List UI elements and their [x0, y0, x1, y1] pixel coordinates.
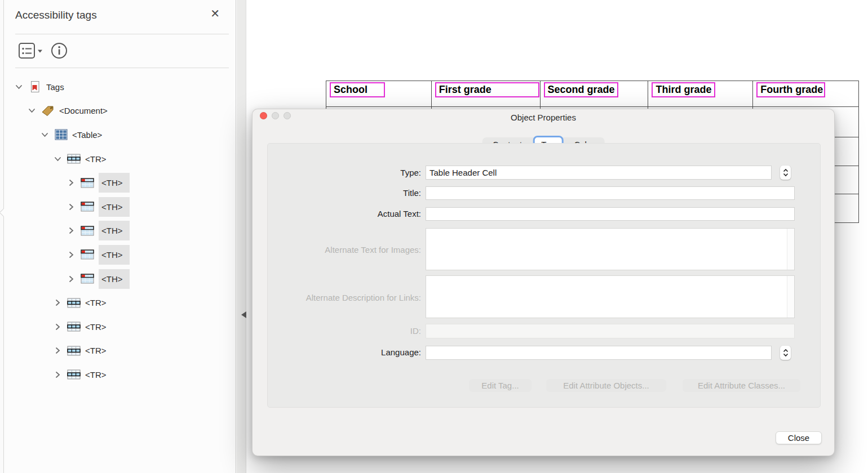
actual-text-label: Actual Text:: [268, 209, 421, 218]
tagged-header-cell-second-grade[interactable]: Second grade: [544, 82, 618, 97]
table-header-icon: [81, 274, 94, 284]
chevron-right-icon[interactable]: [53, 299, 62, 306]
chevron-down-icon[interactable]: [53, 155, 62, 163]
textarea-scrollbar: [787, 229, 794, 270]
edit-attribute-classes-button: Edit Attribute Classes...: [683, 379, 800, 392]
pdf-table-header-cell: Second grade: [541, 81, 649, 107]
tree-item-label: <TR>: [85, 346, 107, 355]
alternate-description-links-label: Alternate Description for Links:: [268, 293, 421, 302]
language-input[interactable]: [426, 346, 772, 360]
chevron-down-icon[interactable]: [27, 107, 36, 114]
alternate-description-links-textarea: [426, 275, 795, 318]
divider: [15, 68, 229, 68]
info-icon[interactable]: [51, 42, 68, 59]
chevron-right-icon[interactable]: [53, 371, 62, 378]
table-header-icon: [81, 202, 94, 212]
tags-root-icon: [28, 81, 42, 93]
chevron-down-icon[interactable]: [40, 131, 49, 139]
tree-item-th[interactable]: <TH>: [4, 195, 236, 219]
pdf-table-header-row: School First grade Second grade Third gr…: [326, 81, 858, 107]
tree-item-tags-root[interactable]: Tags: [4, 75, 236, 99]
tree-item-label: <Document>: [59, 106, 108, 115]
pdf-table-header-cell: Fourth grade: [753, 81, 858, 107]
table-icon: [54, 129, 68, 140]
pdf-table-header-cell: School: [326, 81, 432, 107]
tagged-header-cell-first-grade[interactable]: First grade: [435, 82, 539, 97]
table-row-icon: [67, 154, 81, 164]
chevron-right-icon[interactable]: [67, 203, 76, 211]
view-options-icon[interactable]: [18, 42, 43, 59]
tree-item-tr[interactable]: <TR>: [4, 339, 236, 363]
tags-tree: Tags <Document> <Table> <TR> <TH> <TH>: [4, 75, 236, 387]
left-rail: [0, 0, 4, 473]
tagged-header-cell-third-grade[interactable]: Third grade: [652, 82, 715, 97]
tree-item-th[interactable]: <TH>: [4, 171, 236, 195]
chevron-right-icon[interactable]: [53, 347, 62, 354]
table-header-icon: [81, 249, 94, 260]
chevron-right-icon[interactable]: [53, 323, 62, 331]
tree-item-tr[interactable]: <TR>: [4, 315, 236, 339]
accessibility-tags-panel: Accessibility tags ✕ Tags: [4, 0, 236, 473]
tree-item-th[interactable]: <TH>: [4, 219, 236, 243]
tree-item-tr[interactable]: <TR>: [4, 147, 236, 171]
title-input[interactable]: [426, 186, 795, 200]
close-icon[interactable]: ✕: [210, 8, 220, 19]
tree-item-label: <TH>: [99, 245, 130, 265]
panel-splitter[interactable]: [237, 0, 246, 473]
tree-item-label: <TR>: [85, 298, 107, 307]
table-row-icon: [67, 322, 81, 332]
language-label: Language:: [268, 347, 421, 357]
tree-item-label: <TH>: [99, 173, 130, 193]
tree-item-label: <TR>: [85, 154, 107, 164]
table-row-icon: [67, 369, 81, 380]
table-header-icon: [81, 226, 94, 236]
tree-item-tr[interactable]: <TR>: [4, 363, 236, 387]
tree-item-table[interactable]: <Table>: [4, 123, 236, 147]
collapse-panel-arrow-icon[interactable]: [241, 311, 246, 318]
dialog-title: Object Properties: [253, 113, 834, 122]
tree-item-tr[interactable]: <TR>: [4, 291, 236, 315]
id-input: [426, 324, 795, 338]
tree-item-label: <TR>: [85, 322, 107, 332]
edit-tag-button: Edit Tag...: [469, 379, 532, 392]
tree-item-label: <TH>: [99, 197, 130, 217]
chevron-down-icon[interactable]: [14, 83, 23, 91]
object-properties-dialog: Object Properties Content Tag Color Type…: [252, 109, 835, 456]
tree-item-th[interactable]: <TH>: [4, 267, 236, 291]
type-stepper-icon[interactable]: [780, 166, 791, 180]
tree-item-label: <TH>: [99, 269, 130, 289]
tree-item-th[interactable]: <TH>: [4, 243, 236, 267]
actual-text-input[interactable]: [426, 207, 795, 221]
chevron-right-icon[interactable]: [67, 251, 76, 258]
type-label: Type:: [268, 168, 421, 177]
tree-item-label: <TR>: [85, 370, 107, 380]
tag-form-panel: Type: Title: Actual Text: Alternate Text…: [267, 143, 821, 408]
tree-item-label: <Table>: [72, 130, 102, 140]
tagged-header-cell-school[interactable]: School: [330, 82, 385, 97]
textarea-scrollbar: [787, 276, 794, 318]
edit-attribute-objects-button: Edit Attribute Objects...: [546, 379, 666, 392]
chevron-right-icon[interactable]: [67, 275, 76, 283]
panel-title: Accessibility tags: [15, 9, 97, 21]
id-label: ID:: [268, 326, 421, 336]
tree-item-label: <TH>: [99, 221, 130, 240]
document-tag-icon: [41, 105, 55, 117]
chevron-right-icon[interactable]: [67, 179, 76, 186]
table-header-icon: [81, 178, 94, 188]
tree-item-document[interactable]: <Document>: [4, 99, 236, 123]
alternate-text-images-textarea: [426, 228, 795, 270]
divider: [15, 34, 229, 34]
panel-toolbar: [18, 41, 68, 61]
tagged-header-cell-fourth-grade[interactable]: Fourth grade: [756, 82, 825, 97]
table-row-icon: [67, 298, 81, 308]
table-row-icon: [67, 346, 81, 356]
chevron-right-icon[interactable]: [67, 227, 76, 234]
language-stepper-icon[interactable]: [780, 346, 791, 360]
close-button[interactable]: Close: [776, 431, 822, 444]
alternate-text-images-label: Alternate Text for Images:: [268, 245, 421, 255]
type-input[interactable]: [426, 166, 772, 180]
pdf-table-header-cell: First grade: [432, 81, 541, 107]
title-label: Title:: [268, 188, 421, 198]
pdf-table-header-cell: Third grade: [648, 81, 753, 107]
dialog-titlebar[interactable]: Object Properties: [253, 109, 834, 125]
